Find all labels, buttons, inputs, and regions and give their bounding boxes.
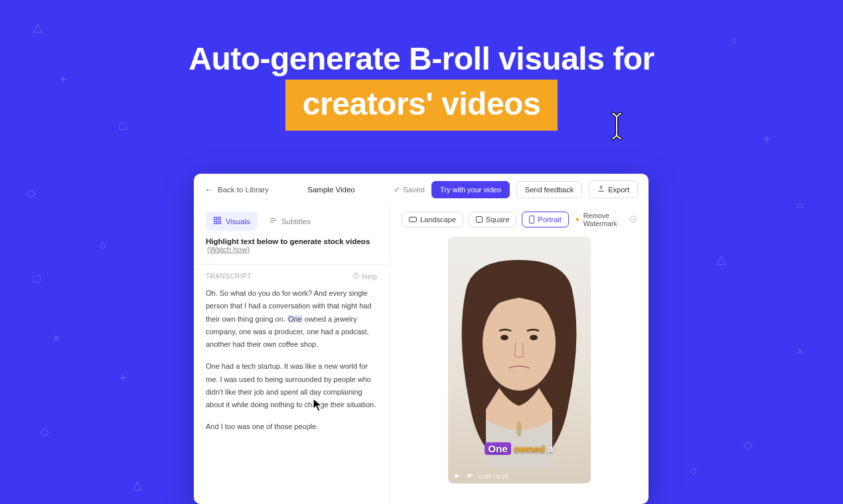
help-link[interactable]: Help xyxy=(352,273,377,281)
visuals-icon xyxy=(213,216,222,226)
highlighted-word: One xyxy=(287,315,303,323)
tab-subtitles[interactable]: Subtitles xyxy=(262,212,318,231)
video-preview[interactable]: One owned a 0:07 / 0:27 xyxy=(448,237,591,483)
video-title: Sample Video xyxy=(307,186,354,194)
export-button[interactable]: Export xyxy=(589,180,638,198)
transcript-label: TRANSCRIPT xyxy=(206,273,252,281)
svg-rect-0 xyxy=(214,218,217,220)
remove-watermark-link[interactable]: ✦ Remove Watermark xyxy=(574,212,637,227)
svg-point-10 xyxy=(483,295,556,391)
volume-icon[interactable] xyxy=(466,472,474,481)
svg-rect-2 xyxy=(214,221,217,224)
sparkle-icon: ✦ xyxy=(574,216,580,223)
left-panel: Visuals Subtitles Highlight text below t… xyxy=(194,205,390,504)
transcript-p1[interactable]: Oh. So what do you do for work? And ever… xyxy=(206,287,377,351)
video-caption: One owned a xyxy=(448,443,591,454)
svg-rect-1 xyxy=(218,218,221,220)
playbar-time: 0:07 / 0:27 xyxy=(479,473,509,480)
svg-point-12 xyxy=(530,335,538,340)
landscape-icon xyxy=(409,217,417,222)
try-with-video-button[interactable]: Try with your video xyxy=(431,181,510,198)
export-icon xyxy=(597,185,605,194)
text-cursor-icon xyxy=(607,111,627,141)
subtitles-icon xyxy=(269,216,277,226)
square-icon xyxy=(476,216,483,223)
aspect-portrait[interactable]: Portrait xyxy=(522,212,568,227)
transcript-p2[interactable]: One had a tech startup. It was like a ne… xyxy=(206,360,377,411)
check-icon: ✓ xyxy=(394,185,400,194)
playbar: 0:07 / 0:27 xyxy=(453,472,509,481)
portrait-icon xyxy=(529,216,534,223)
svg-point-13 xyxy=(516,421,522,437)
svg-rect-3 xyxy=(218,221,221,224)
play-icon[interactable] xyxy=(453,472,461,481)
hero-line1: Auto-generate B-roll visuals for xyxy=(189,41,654,76)
hero-highlight: creators' videos xyxy=(285,80,558,130)
right-panel: Landscape Square Portrait ✦ Remove Water… xyxy=(390,205,649,504)
arrow-left-icon: ← xyxy=(204,185,214,194)
info-icon xyxy=(629,216,637,224)
transcript-p3[interactable]: And I too was one of those people. xyxy=(206,420,377,433)
help-icon xyxy=(352,273,359,281)
send-feedback-button[interactable]: Send feedback xyxy=(516,181,582,198)
aspect-square[interactable]: Square xyxy=(469,212,516,227)
svg-point-11 xyxy=(500,335,508,340)
mouse-cursor-icon xyxy=(312,397,324,413)
topbar: ← Back to Library Sample Video ✓ Saved T… xyxy=(194,174,649,205)
app-window: ← Back to Library Sample Video ✓ Saved T… xyxy=(194,174,649,504)
instruction-text: Highlight text below to generate stock v… xyxy=(206,237,377,253)
back-to-library[interactable]: ← Back to Library xyxy=(204,185,269,194)
person-placeholder xyxy=(453,257,585,469)
hero-headline: Auto-generate B-roll visuals for creator… xyxy=(0,38,843,131)
watch-how-link[interactable]: (Watch how) xyxy=(207,245,250,253)
tab-visuals[interactable]: Visuals xyxy=(206,212,258,231)
aspect-landscape[interactable]: Landscape xyxy=(402,212,463,227)
back-label: Back to Library xyxy=(218,186,269,194)
saved-indicator: ✓ Saved xyxy=(394,185,425,194)
transcript-body[interactable]: Oh. So what do you do for work? And ever… xyxy=(206,287,377,443)
